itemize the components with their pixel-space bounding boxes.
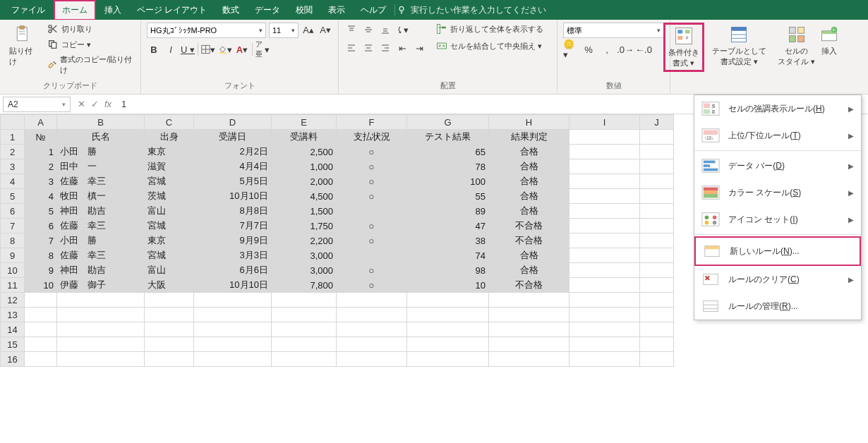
cell[interactable] [25,352,57,367]
cell[interactable]: 10月10日 [194,278,272,293]
cell[interactable] [407,337,489,352]
table-row[interactable]: 65神田 勘吉富山8月8日1,50089合格 [1,204,674,219]
cell[interactable] [57,308,145,322]
cell[interactable] [194,337,272,352]
cell[interactable] [407,308,489,322]
cell[interactable]: ○ [337,263,407,278]
number-format-combo[interactable]: 標準▾ [563,23,664,38]
cell[interactable]: 78 [407,159,489,174]
cell[interactable]: 合格 [489,204,569,219]
cell[interactable] [640,145,674,159]
cell[interactable] [337,308,407,322]
row-head-1[interactable]: 1 [1,130,25,145]
col-head-C[interactable]: C [145,115,194,130]
table-row[interactable]: 76佐藤 幸三宮城7月7日1,750○47不合格 [1,219,674,233]
cell[interactable]: 2,500 [272,145,337,159]
align-center-button[interactable] [361,41,375,55]
table-row[interactable]: 109神田 勘吉富山6月6日3,000○98合格 [1,263,674,278]
cell[interactable]: 98 [407,263,489,278]
cell[interactable] [57,322,145,337]
cell[interactable]: 8 [25,248,57,263]
cell[interactable] [272,352,337,367]
cell[interactable] [337,204,407,219]
table-header-row[interactable]: 1 № 氏名 出身 受講日 受講料 支払状況 テスト結果 結果判定 [1,130,674,145]
cell[interactable]: 6月6日 [194,263,272,278]
row-head-11[interactable]: 11 [1,278,25,293]
bold-button[interactable]: B [147,42,161,56]
cell-I1[interactable] [569,130,640,145]
cell[interactable]: 4月4日 [194,159,272,174]
col-head-H[interactable]: H [489,115,569,130]
cell[interactable] [272,322,337,337]
row-head-16[interactable]: 16 [1,352,25,367]
cell[interactable] [337,322,407,337]
cell[interactable]: 不合格 [489,219,569,233]
copy-button[interactable]: コピー ▾ [46,38,135,51]
cell[interactable]: 100 [407,174,489,189]
cell[interactable]: ○ [337,174,407,189]
cell[interactable] [489,308,569,322]
cell[interactable]: 8月8日 [194,204,272,219]
percent-button[interactable]: % [581,42,596,56]
align-bottom-button[interactable] [378,23,392,37]
name-box[interactable]: A2▾ [3,97,71,112]
cell[interactable]: ○ [337,219,407,233]
cell[interactable] [337,293,407,308]
col-head-G[interactable]: G [407,115,489,130]
fill-color-button[interactable]: ▾ [218,42,232,56]
cell[interactable]: 東京 [145,145,194,159]
merge-center-button[interactable]: セルを結合して中央揃え ▾ [435,40,545,52]
cell[interactable] [145,337,194,352]
row-head-9[interactable]: 9 [1,248,25,263]
hdr-name[interactable]: 氏名 [57,130,145,145]
cell[interactable] [194,352,272,367]
cell[interactable]: 大阪 [145,278,194,293]
tab-insert[interactable]: 挿入 [97,1,128,19]
row-head-8[interactable]: 8 [1,233,25,248]
cell[interactable]: 不合格 [489,233,569,248]
cell[interactable]: 合格 [489,145,569,159]
table-row[interactable]: 1110伊藤 御子大阪10月10日7,800○10不合格 [1,278,674,293]
cell[interactable]: 65 [407,145,489,159]
cell[interactable]: 2月2日 [194,145,272,159]
cell[interactable]: 7,800 [272,278,337,293]
cell[interactable]: 9月9日 [194,233,272,248]
cell[interactable]: 合格 [489,189,569,204]
italic-button[interactable]: I [164,42,178,56]
cell[interactable] [57,352,145,367]
cell[interactable]: 茨城 [145,189,194,204]
cell[interactable] [337,352,407,367]
cell[interactable]: 佐藤 幸三 [57,174,145,189]
cell[interactable]: 6 [25,219,57,233]
cell[interactable] [640,248,674,263]
cell[interactable]: 富山 [145,263,194,278]
cell[interactable] [337,248,407,263]
cell[interactable] [407,322,489,337]
cell[interactable] [407,293,489,308]
cell[interactable]: 47 [407,219,489,233]
hdr-origin[interactable]: 出身 [145,130,194,145]
tab-view[interactable]: 表示 [321,1,352,19]
cell[interactable]: 9 [25,263,57,278]
cell[interactable]: 宮城 [145,248,194,263]
cell[interactable] [57,293,145,308]
cell[interactable]: 合格 [489,263,569,278]
cell[interactable]: 55 [407,189,489,204]
menu-new-rule[interactable]: 新しいルール(N)... [694,236,861,266]
increase-decimal-button[interactable]: .0→ [618,42,632,56]
align-middle-button[interactable] [361,23,375,37]
row-head-4[interactable]: 4 [1,174,25,189]
row-head-14[interactable]: 14 [1,322,25,337]
menu-clear-rules[interactable]: ルールのクリア(C) ▶ [694,266,861,293]
col-head-B[interactable]: B [57,115,145,130]
tab-help[interactable]: ヘルプ [354,1,393,19]
tell-me[interactable]: 実行したい作業を入力してください [397,4,546,16]
cell[interactable]: 89 [407,204,489,219]
row-head-15[interactable]: 15 [1,337,25,352]
cell[interactable] [640,308,674,322]
cell[interactable] [25,337,57,352]
cell[interactable] [489,293,569,308]
cell[interactable] [640,293,674,308]
cell[interactable] [569,145,640,159]
row-head-3[interactable]: 3 [1,159,25,174]
